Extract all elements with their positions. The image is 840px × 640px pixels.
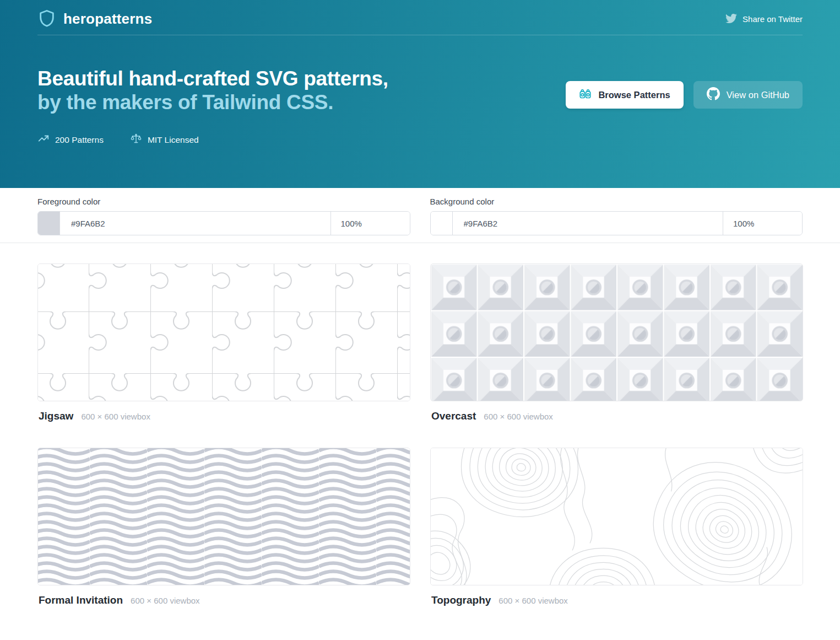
foreground-color-label: Foreground color — [37, 197, 410, 206]
scales-icon — [130, 133, 142, 147]
foreground-input-group — [37, 211, 410, 235]
github-icon — [707, 87, 720, 103]
foreground-color-control: Foreground color — [37, 197, 410, 243]
share-label: Share on Twitter — [743, 14, 803, 24]
binoculars-icon — [579, 88, 592, 103]
logo-text: heropatterns — [63, 10, 152, 28]
pattern-caption: Formal Invitation 600 × 600 viewbox — [39, 594, 410, 606]
trending-up-icon — [37, 133, 50, 147]
page-title: Beautiful hand-crafted SVG patterns, by … — [37, 67, 388, 114]
browse-patterns-button[interactable]: Browse Patterns — [566, 81, 683, 109]
background-input-group — [430, 211, 803, 235]
pattern-card-formal-invitation: Formal Invitation 600 × 600 viewbox — [37, 448, 410, 632]
stat-patterns: 200 Patterns — [37, 133, 104, 147]
pattern-name: Overcast — [431, 410, 476, 422]
header-divider — [37, 35, 803, 35]
jigsaw-pattern-tile[interactable] — [37, 263, 410, 401]
background-color-label: Background color — [430, 197, 803, 206]
pattern-caption: Topography 600 × 600 viewbox — [431, 594, 803, 606]
pattern-card-topography: Topography 600 × 600 viewbox — [430, 448, 803, 632]
share-on-twitter-link[interactable]: Share on Twitter — [725, 13, 803, 26]
hero-header: heropatterns Share on Twitter Beautiful … — [0, 0, 840, 188]
pattern-card-jigsaw: Jigsaw 600 × 600 viewbox — [37, 263, 410, 448]
title-line-2: by the makers of Tailwind CSS. — [37, 91, 333, 114]
background-color-swatch[interactable] — [431, 212, 453, 235]
formal-invitation-pattern-tile[interactable] — [37, 448, 410, 585]
stat-license-label: MIT Licensed — [148, 135, 199, 145]
title-line-1: Beautiful hand-crafted SVG patterns, — [37, 67, 388, 90]
shield-icon — [37, 9, 56, 30]
pattern-viewbox: 600 × 600 viewbox — [498, 596, 568, 605]
pattern-name: Topography — [431, 594, 491, 606]
background-opacity-input[interactable] — [723, 212, 802, 235]
pattern-viewbox: 600 × 600 viewbox — [131, 596, 200, 605]
color-controls: Foreground color Background color — [0, 188, 840, 243]
foreground-color-swatch[interactable] — [38, 212, 60, 235]
foreground-hex-input[interactable] — [60, 212, 330, 235]
pattern-grid: Jigsaw 600 × 600 viewbox — [0, 243, 840, 632]
browse-patterns-label: Browse Patterns — [598, 90, 670, 100]
background-hex-input[interactable] — [453, 212, 723, 235]
pattern-caption: Overcast 600 × 600 viewbox — [431, 410, 803, 422]
hero-buttons: Browse Patterns View on GitHub — [566, 81, 803, 147]
stat-patterns-label: 200 Patterns — [55, 135, 104, 145]
foreground-opacity-input[interactable] — [330, 212, 410, 235]
pattern-caption: Jigsaw 600 × 600 viewbox — [39, 410, 410, 422]
pattern-card-overcast: Overcast 600 × 600 viewbox — [430, 263, 803, 448]
overcast-pattern-tile[interactable] — [430, 263, 803, 401]
twitter-icon — [725, 13, 737, 26]
pattern-name: Jigsaw — [39, 410, 73, 422]
heropatterns-logo[interactable]: heropatterns — [37, 9, 152, 30]
view-on-github-label: View on GitHub — [727, 90, 789, 100]
top-bar: heropatterns Share on Twitter — [37, 0, 803, 24]
topography-pattern-tile[interactable] — [430, 448, 803, 585]
pattern-viewbox: 600 × 600 viewbox — [81, 412, 150, 421]
hero-copy: Beautiful hand-crafted SVG patterns, by … — [37, 67, 388, 147]
view-on-github-button[interactable]: View on GitHub — [693, 81, 803, 109]
background-color-control: Background color — [430, 197, 803, 243]
stat-license: MIT Licensed — [130, 133, 199, 147]
pattern-name: Formal Invitation — [39, 594, 123, 606]
stats-row: 200 Patterns MIT Licensed — [37, 133, 388, 147]
pattern-viewbox: 600 × 600 viewbox — [484, 412, 553, 421]
